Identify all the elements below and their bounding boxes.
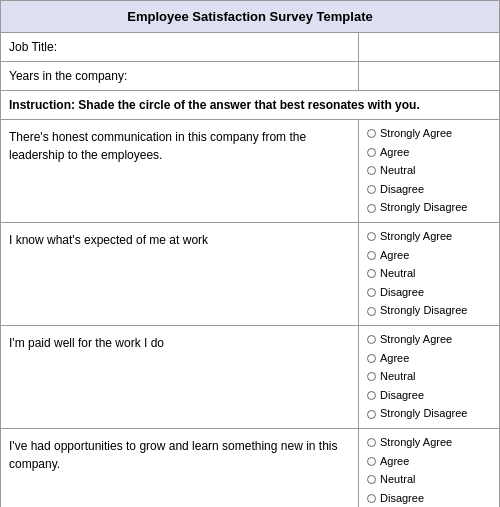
option-label-0-0: Strongly Agree xyxy=(380,125,452,143)
years-value[interactable] xyxy=(359,62,499,90)
option-item-0-1[interactable]: Agree xyxy=(367,144,491,162)
option-label-2-4: Strongly Disagree xyxy=(380,405,467,423)
radio-circle-2-2[interactable] xyxy=(367,372,376,381)
option-label-2-3: Disagree xyxy=(380,387,424,405)
option-label-2-0: Strongly Agree xyxy=(380,331,452,349)
radio-circle-1-0[interactable] xyxy=(367,232,376,241)
job-title-label: Job Title: xyxy=(1,33,359,61)
option-label-1-2: Neutral xyxy=(380,265,415,283)
radio-circle-0-4[interactable] xyxy=(367,204,376,213)
option-label-0-3: Disagree xyxy=(380,181,424,199)
option-item-1-4[interactable]: Strongly Disagree xyxy=(367,302,491,320)
answer-options-1: Strongly AgreeAgreeNeutralDisagreeStrong… xyxy=(359,223,499,325)
option-item-0-2[interactable]: Neutral xyxy=(367,162,491,180)
option-item-0-3[interactable]: Disagree xyxy=(367,181,491,199)
radio-circle-1-1[interactable] xyxy=(367,251,376,260)
radio-circle-1-2[interactable] xyxy=(367,269,376,278)
option-item-2-4[interactable]: Strongly Disagree xyxy=(367,405,491,423)
answer-options-0: Strongly AgreeAgreeNeutralDisagreeStrong… xyxy=(359,120,499,222)
instruction: Instruction: Shade the circle of the ans… xyxy=(1,91,499,120)
option-item-3-1[interactable]: Agree xyxy=(367,453,491,471)
option-item-2-3[interactable]: Disagree xyxy=(367,387,491,405)
question-text-0: There's honest communication in this com… xyxy=(1,120,359,222)
option-item-3-0[interactable]: Strongly Agree xyxy=(367,434,491,452)
years-label: Years in the company: xyxy=(1,62,359,90)
answer-options-3: Strongly AgreeAgreeNeutralDisagreeStrong… xyxy=(359,429,499,507)
radio-circle-2-1[interactable] xyxy=(367,354,376,363)
radio-circle-3-1[interactable] xyxy=(367,457,376,466)
radio-circle-0-2[interactable] xyxy=(367,166,376,175)
option-item-1-2[interactable]: Neutral xyxy=(367,265,491,283)
option-label-3-0: Strongly Agree xyxy=(380,434,452,452)
survey-title: Employee Satisfaction Survey Template xyxy=(1,1,499,33)
question-row-2: I'm paid well for the work I doStrongly … xyxy=(1,326,499,429)
option-label-3-3: Disagree xyxy=(380,490,424,507)
option-label-1-3: Disagree xyxy=(380,284,424,302)
answer-options-2: Strongly AgreeAgreeNeutralDisagreeStrong… xyxy=(359,326,499,428)
option-label-2-1: Agree xyxy=(380,350,409,368)
radio-circle-3-3[interactable] xyxy=(367,494,376,503)
radio-circle-0-1[interactable] xyxy=(367,148,376,157)
years-row: Years in the company: xyxy=(1,62,499,91)
option-label-0-1: Agree xyxy=(380,144,409,162)
job-title-row: Job Title: xyxy=(1,33,499,62)
option-item-1-0[interactable]: Strongly Agree xyxy=(367,228,491,246)
radio-circle-1-4[interactable] xyxy=(367,307,376,316)
question-text-2: I'm paid well for the work I do xyxy=(1,326,359,428)
job-title-value[interactable] xyxy=(359,33,499,61)
option-item-3-3[interactable]: Disagree xyxy=(367,490,491,507)
radio-circle-3-0[interactable] xyxy=(367,438,376,447)
radio-circle-2-3[interactable] xyxy=(367,391,376,400)
radio-circle-0-3[interactable] xyxy=(367,185,376,194)
option-label-1-0: Strongly Agree xyxy=(380,228,452,246)
question-text-3: I've had opportunities to grow and learn… xyxy=(1,429,359,507)
option-item-2-2[interactable]: Neutral xyxy=(367,368,491,386)
option-item-2-0[interactable]: Strongly Agree xyxy=(367,331,491,349)
radio-circle-3-2[interactable] xyxy=(367,475,376,484)
question-row-1: I know what's expected of me at workStro… xyxy=(1,223,499,326)
option-item-2-1[interactable]: Agree xyxy=(367,350,491,368)
option-item-3-2[interactable]: Neutral xyxy=(367,471,491,489)
option-label-1-4: Strongly Disagree xyxy=(380,302,467,320)
option-label-2-2: Neutral xyxy=(380,368,415,386)
option-label-1-1: Agree xyxy=(380,247,409,265)
radio-circle-2-4[interactable] xyxy=(367,410,376,419)
option-label-0-4: Strongly Disagree xyxy=(380,199,467,217)
radio-circle-1-3[interactable] xyxy=(367,288,376,297)
option-label-0-2: Neutral xyxy=(380,162,415,180)
radio-circle-2-0[interactable] xyxy=(367,335,376,344)
option-label-3-1: Agree xyxy=(380,453,409,471)
question-row-3: I've had opportunities to grow and learn… xyxy=(1,429,499,507)
option-label-3-2: Neutral xyxy=(380,471,415,489)
option-item-1-3[interactable]: Disagree xyxy=(367,284,491,302)
option-item-0-0[interactable]: Strongly Agree xyxy=(367,125,491,143)
survey-container: Employee Satisfaction Survey Template Jo… xyxy=(0,0,500,507)
question-text-1: I know what's expected of me at work xyxy=(1,223,359,325)
question-row-0: There's honest communication in this com… xyxy=(1,120,499,223)
questions-container: There's honest communication in this com… xyxy=(1,120,499,507)
option-item-1-1[interactable]: Agree xyxy=(367,247,491,265)
radio-circle-0-0[interactable] xyxy=(367,129,376,138)
option-item-0-4[interactable]: Strongly Disagree xyxy=(367,199,491,217)
